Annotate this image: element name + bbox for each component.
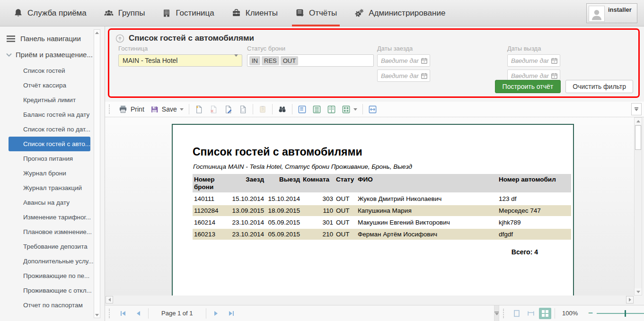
checkin-date-from-input[interactable] (380, 57, 420, 65)
scroll-right-arrow[interactable] (626, 296, 634, 304)
sidebar-item[interactable]: Изменение тарифног... (9, 210, 90, 225)
column-header: Номер брони (193, 174, 225, 193)
user-menu[interactable]: installer (586, 3, 637, 23)
view-single-page-button[interactable] (295, 104, 309, 115)
calendar-icon[interactable]: 7 (551, 73, 557, 79)
build-report-button[interactable]: Построить отчёт (495, 80, 561, 93)
last-page-button[interactable] (224, 308, 239, 319)
table-cell-room: 303 (301, 193, 335, 205)
scroll-down-arrow[interactable] (635, 288, 642, 295)
sidebar-item[interactable]: Кредитный лимит (9, 93, 90, 107)
vertical-scrollbar[interactable] (634, 117, 642, 295)
chevron-down-icon (635, 109, 638, 111)
scroll-up-arrow[interactable] (94, 30, 100, 35)
nav-item-4[interactable]: Отчёты (295, 0, 337, 26)
toolbar-separator (362, 104, 363, 114)
zoom-fit-width-button[interactable] (525, 308, 537, 319)
sidebar-item[interactable]: Баланс гостей на дату (9, 107, 90, 122)
toolbar-grip[interactable] (109, 309, 112, 318)
view-facing-pages-button[interactable] (324, 104, 339, 115)
clear-filter-button[interactable]: Очистить фильтр (565, 80, 633, 93)
checkin-date-to-input[interactable] (380, 72, 420, 80)
edit-page-button[interactable] (221, 104, 236, 115)
scroll-down-arrow[interactable] (94, 312, 100, 318)
new-page-button[interactable] (192, 104, 206, 115)
table-cell-car: dfgdf (497, 228, 571, 240)
nav-item-5[interactable]: Администрирование (354, 0, 445, 26)
calendar-icon[interactable]: 7 (421, 58, 427, 64)
nav-item-2[interactable]: Гостиница (162, 0, 214, 26)
zoom-slider[interactable] (597, 310, 644, 317)
sidebar-item[interactable]: Список гостей по дат... (9, 122, 90, 137)
table-cell-booking: 160213 (193, 228, 225, 240)
sidebar-item[interactable]: Список гостей (9, 63, 90, 78)
scrollbar-thumb[interactable] (635, 125, 641, 150)
status-tag[interactable]: IN (249, 56, 260, 65)
delete-page-button[interactable] (206, 104, 221, 115)
calendar-icon[interactable]: 7 (551, 58, 557, 64)
booking-status-input[interactable]: INRESOUT (247, 54, 374, 67)
view-continuous-button[interactable] (309, 104, 324, 115)
sidebar-panel-toggle[interactable]: Панель навигации (0, 31, 105, 47)
page-width-icon (368, 105, 377, 114)
zoom-fit-page-button[interactable] (511, 308, 523, 319)
calendar-icon[interactable]: 7 (421, 73, 427, 79)
sidebar-item[interactable]: Журнал транзакций (9, 181, 90, 195)
nav-item-0[interactable]: Служба приёма (13, 0, 87, 26)
sidebar-item[interactable]: Отчет по паспортам (9, 298, 90, 312)
checkin-date-to[interactable]: 7 (377, 69, 430, 82)
sidebar-item[interactable]: Авансы на дату (9, 195, 90, 210)
sidebar-item[interactable]: Журнал брони (9, 166, 90, 181)
sidebar-scrollbar[interactable] (94, 29, 100, 318)
report-subtitle: Гостиница MAIN - Tesla Hotel, Статус бро… (193, 163, 573, 170)
paste-button[interactable]: ? (256, 104, 270, 115)
person-icon (590, 7, 604, 21)
toolbar-overflow-button[interactable] (631, 103, 642, 115)
report-table: Номер брониЗаездВыездКомнатаСтатуФИОНоме… (193, 174, 571, 241)
new-page-icon (194, 105, 203, 114)
scroll-left-arrow[interactable] (106, 296, 113, 304)
previous-page-icon (135, 310, 141, 317)
report-table-header: Номер брониЗаездВыездКомнатаСтатуФИОНоме… (193, 174, 571, 193)
next-page-button[interactable] (209, 308, 224, 319)
print-button[interactable]: Print (115, 103, 147, 115)
horizontal-scrollbar[interactable] (105, 295, 634, 304)
sidebar-item[interactable]: Список гостей с авто... (9, 137, 90, 151)
checkout-date-from[interactable]: 7 (507, 54, 560, 67)
collapse-panel-icon[interactable] (115, 34, 124, 43)
filter-panel-title: Список гостей с автомобилями (129, 34, 254, 43)
delete-page-icon (209, 105, 218, 114)
sidebar-item[interactable]: Требование депозита (9, 239, 90, 254)
find-button[interactable] (275, 104, 290, 115)
zoom-slider-handle[interactable] (625, 310, 626, 317)
checkout-date-from-input[interactable] (510, 57, 550, 65)
sidebar-item[interactable]: Плановое изменение... (9, 225, 90, 239)
page-width-button[interactable] (365, 104, 380, 115)
checkout-date-to-input[interactable] (510, 72, 550, 80)
first-page-button[interactable] (115, 308, 131, 319)
view-multiple-pages-button[interactable] (339, 104, 360, 115)
save-button[interactable]: Save (147, 104, 186, 115)
table-cell-room: 110 (301, 205, 335, 217)
status-tag[interactable]: RES (262, 56, 279, 65)
hotel-select[interactable]: MAIN - Tesla Hotel (118, 54, 242, 67)
sidebar-item[interactable]: Отчёт кассира (9, 78, 90, 93)
zoom-out-button[interactable]: − (584, 309, 597, 318)
nav-item-1[interactable]: Группы (104, 0, 145, 26)
nav-item-3[interactable]: Клиенты (231, 0, 278, 26)
sidebar-item[interactable]: Проживающие с откл... (9, 283, 90, 298)
previous-page-button[interactable] (131, 308, 146, 319)
sidebar-group-reception[interactable]: Приём и размещение... (0, 47, 105, 63)
status-tag[interactable]: OUT (281, 56, 298, 65)
sidebar-item[interactable]: Дополнительные услу... (9, 254, 90, 269)
sidebar-item[interactable]: Прогноз питания (9, 151, 90, 166)
scroll-up-arrow[interactable] (635, 118, 642, 124)
page-setup-button[interactable] (236, 104, 250, 115)
statusbar-splitter[interactable] (494, 305, 499, 321)
sidebar-item[interactable]: Проживающие по пе... (9, 269, 90, 283)
toolbar-grip[interactable] (109, 104, 112, 114)
table-row: 16021423.10.201405.09.2015301OUTМакушкин… (193, 217, 571, 228)
zoom-multiple-pages-button[interactable] (539, 308, 551, 319)
toolbar-grip[interactable] (503, 309, 506, 318)
checkin-date-from[interactable]: 7 (377, 54, 430, 67)
